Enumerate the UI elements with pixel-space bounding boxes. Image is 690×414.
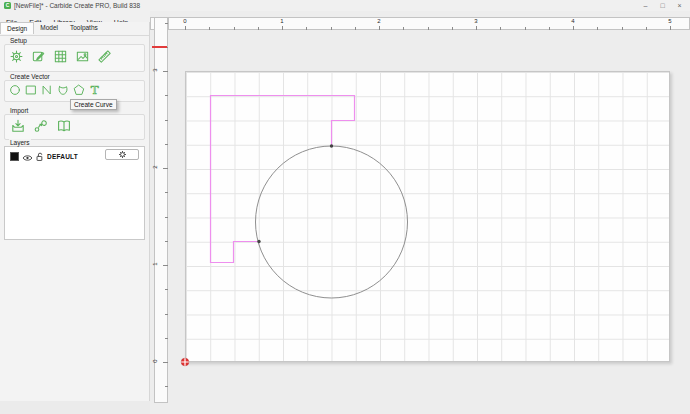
layers-group-label: Layers (9, 139, 31, 146)
curve-icon[interactable] (56, 83, 70, 97)
design-canvas[interactable]: 0123450123 (150, 11, 690, 414)
window-title: [NewFile]* - Carbide Create PRO, Build 8… (14, 0, 140, 11)
layer-name: DEFAULT (47, 153, 78, 160)
setup-group (4, 44, 145, 72)
grid-icon[interactable] (53, 49, 68, 64)
canvas-shapes[interactable] (150, 11, 690, 414)
maximize-button[interactable]: □ (654, 0, 671, 11)
layers-panel: DEFAULT (4, 146, 145, 240)
import-file-icon[interactable] (10, 118, 26, 134)
sidebar: DesignModelToolpaths Setup Create Vector… (0, 22, 150, 401)
library-icon[interactable] (56, 118, 72, 134)
layer-lock-icon[interactable] (36, 148, 44, 166)
layer-settings-button[interactable] (105, 149, 139, 160)
tab-model[interactable]: Model (34, 22, 64, 34)
ruler-icon[interactable] (97, 49, 112, 64)
app-window: C [NewFile]* - Carbide Create PRO, Build… (0, 0, 690, 414)
minimize-button[interactable]: – (637, 0, 654, 11)
svg-text:T: T (91, 83, 99, 97)
import-group (4, 114, 145, 140)
tooltip: Create Curve (70, 99, 117, 110)
title-bar: C [NewFile]* - Carbide Create PRO, Build… (0, 0, 690, 11)
setup-group-label: Setup (9, 37, 28, 44)
text-icon[interactable]: T (88, 83, 102, 97)
circle-icon[interactable] (8, 83, 22, 97)
trace-image-icon[interactable] (33, 118, 49, 134)
import-group-label: Import (9, 107, 29, 114)
gear-icon[interactable] (9, 49, 24, 64)
window-controls: – □ × (637, 0, 688, 11)
tab-bar: DesignModelToolpaths (0, 22, 149, 36)
tab-design[interactable]: Design (0, 22, 34, 34)
layer-color-swatch[interactable] (10, 152, 19, 161)
polygon-icon[interactable] (72, 83, 86, 97)
tab-toolpaths[interactable]: Toolpaths (64, 22, 104, 34)
app-logo-icon: C (4, 2, 11, 9)
close-button[interactable]: × (671, 0, 688, 11)
job-setup-icon[interactable] (31, 49, 46, 64)
layer-visibility-eye-icon[interactable] (22, 148, 33, 166)
polyline-icon[interactable] (40, 83, 54, 97)
rectangle-icon[interactable] (24, 83, 38, 97)
create-vector-group-label: Create Vector (9, 73, 51, 80)
layer-row[interactable]: DEFAULT (5, 147, 144, 164)
background-image-icon[interactable] (75, 49, 90, 64)
